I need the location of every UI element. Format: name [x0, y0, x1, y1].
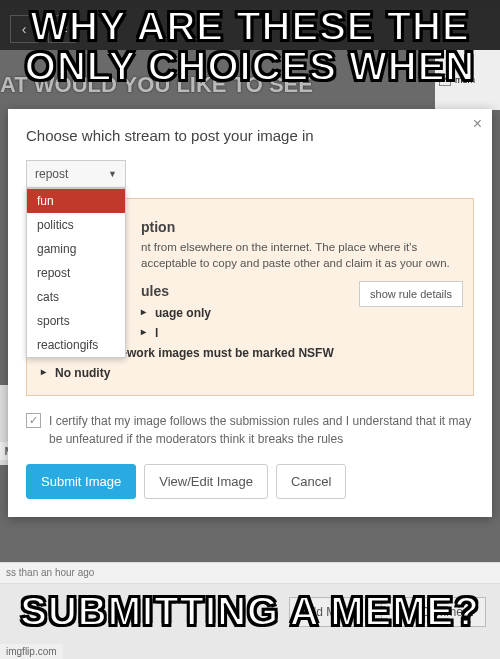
dropdown-option-gaming[interactable]: gaming: [27, 237, 125, 261]
submit-image-button[interactable]: Submit Image: [26, 464, 136, 499]
dropdown-option-fun[interactable]: fun: [27, 189, 125, 213]
stream-dropdown[interactable]: repost ▼ fun politics gaming repost cats…: [26, 160, 474, 188]
cancel-button[interactable]: Cancel: [276, 464, 346, 499]
dropdown-option-politics[interactable]: politics: [27, 213, 125, 237]
imgflip-watermark: imgflip.com: [0, 644, 63, 659]
certify-checkbox[interactable]: ✓: [26, 413, 41, 428]
bottom-button-row: Add Meme Post Comment: [289, 597, 486, 627]
rule-item: No nudity: [41, 363, 459, 383]
description-heading: ption: [141, 219, 459, 235]
dropdown-list: fun politics gaming repost cats sports r…: [26, 188, 126, 358]
dark-toolbar: ‹ ⇄: [0, 8, 500, 50]
dropdown-selected: repost: [35, 167, 68, 181]
timestamp-text: ss than an hour ago: [6, 567, 94, 578]
rule-item: l: [141, 323, 459, 343]
close-icon[interactable]: ×: [473, 115, 482, 133]
modal-button-row: Submit Image View/Edit Image Cancel: [26, 464, 474, 499]
dropdown-option-sports[interactable]: sports: [27, 309, 125, 333]
submit-modal: × Choose which stream to post your image…: [8, 109, 492, 517]
rule-item: uage only: [141, 303, 459, 323]
background-faded-text: AT WOULD YOU LIKE TO SEE: [0, 72, 313, 98]
post-comment-button[interactable]: Post Comment: [381, 597, 486, 627]
dropdown-option-repost[interactable]: repost: [27, 261, 125, 285]
right-sidebar-fragment: ✓ mem: [435, 50, 500, 110]
chevron-down-icon: ▼: [108, 169, 117, 179]
dropdown-button[interactable]: repost ▼: [26, 160, 126, 188]
add-meme-button[interactable]: Add Meme: [289, 597, 373, 627]
checkbox-icon[interactable]: ✓: [439, 74, 451, 86]
back-icon[interactable]: ‹: [10, 15, 38, 43]
certify-row: ✓ I certify that my image follows the su…: [26, 412, 474, 448]
certify-text: I certify that my image follows the subm…: [49, 412, 474, 448]
checkbox-label: mem: [455, 75, 475, 85]
view-edit-image-button[interactable]: View/Edit Image: [144, 464, 268, 499]
shuffle-icon[interactable]: ⇄: [48, 15, 76, 43]
dropdown-option-reactiongifs[interactable]: reactiongifs: [27, 333, 125, 357]
timestamp-row: ss than an hour ago: [0, 562, 500, 584]
description-text: nt from elsewhere on the internet. The p…: [141, 239, 459, 271]
dropdown-option-cats[interactable]: cats: [27, 285, 125, 309]
modal-title: Choose which stream to post your image i…: [26, 127, 474, 144]
